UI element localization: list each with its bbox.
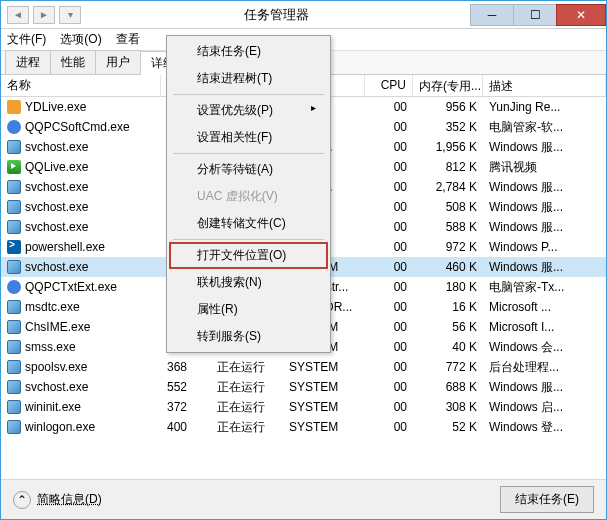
process-mem: 52 K [413,419,483,435]
process-mem: 588 K [413,219,483,235]
menu-options[interactable]: 选项(O) [60,31,101,48]
table-row[interactable]: svchost.exe552正在运行SYSTEM00688 KWindows 服… [1,377,606,397]
close-button[interactable]: ✕ [556,4,606,26]
brief-info-link[interactable]: 简略信息(D) [37,491,102,508]
process-name: msdtc.exe [25,300,80,314]
process-desc: Windows 服... [483,258,606,277]
process-cpu: 00 [365,339,413,355]
process-mem: 956 K [413,99,483,115]
process-user: SYSTEM [283,399,365,415]
process-cpu: 00 [365,259,413,275]
process-status: 正在运行 [211,398,283,417]
process-desc: 电脑管家-Tx... [483,278,606,297]
menu-file[interactable]: 文件(F) [7,31,46,48]
menu-end-task[interactable]: 结束任务(E) [169,38,328,65]
process-pid: 400 [161,419,211,435]
process-status: 正在运行 [211,418,283,437]
process-desc: Windows P... [483,239,606,255]
process-icon [7,380,21,394]
process-cpu: 00 [365,119,413,135]
menu-uac-virt: UAC 虚拟化(V) [169,183,328,210]
process-icon [7,280,21,294]
titlebar: ◄ ► ▾ 任务管理器 ─ ☐ ✕ [1,1,606,29]
process-name: svchost.exe [25,140,88,154]
history-back-button[interactable]: ◄ [7,6,29,24]
process-status: 正在运行 [211,358,283,377]
process-name: svchost.exe [25,380,88,394]
process-mem: 772 K [413,359,483,375]
col-mem[interactable]: 内存(专用... [413,75,483,96]
process-icon [7,100,21,114]
footer: ⌃ 简略信息(D) 结束任务(E) [1,479,606,519]
process-pid: 368 [161,359,211,375]
table-row[interactable]: spoolsv.exe368正在运行SYSTEM00772 K后台处理程... [1,357,606,377]
process-name: winlogon.exe [25,420,95,434]
process-mem: 508 K [413,199,483,215]
process-desc: Windows 启... [483,398,606,417]
process-user: SYSTEM [283,379,365,395]
process-cpu: 00 [365,279,413,295]
process-icon [7,140,21,154]
menu-properties[interactable]: 属性(R) [169,296,328,323]
process-mem: 812 K [413,159,483,175]
col-name[interactable]: 名称 [1,75,161,96]
menu-analyze-wait[interactable]: 分析等待链(A) [169,156,328,183]
process-desc: Windows 服... [483,218,606,237]
process-name: spoolsv.exe [25,360,87,374]
menu-set-priority[interactable]: 设置优先级(P) [169,97,328,124]
process-cpu: 00 [365,319,413,335]
menu-set-affinity[interactable]: 设置相关性(F) [169,124,328,151]
process-desc: 后台处理程... [483,358,606,377]
process-name: svchost.exe [25,200,88,214]
process-name: QQPCSoftCmd.exe [25,120,130,134]
process-cpu: 00 [365,99,413,115]
process-icon [7,400,21,414]
process-icon [7,300,21,314]
process-desc: 电脑管家-软... [483,118,606,137]
menu-end-tree[interactable]: 结束进程树(T) [169,65,328,92]
tab-users[interactable]: 用户 [95,50,141,74]
process-icon [7,200,21,214]
process-cpu: 00 [365,399,413,415]
process-icon [7,220,21,234]
table-row[interactable]: wininit.exe372正在运行SYSTEM00308 KWindows 启… [1,397,606,417]
tab-processes[interactable]: 进程 [5,50,51,74]
process-mem: 688 K [413,379,483,395]
process-desc: 腾讯视频 [483,158,606,177]
table-row[interactable]: winlogon.exe400正在运行SYSTEM0052 KWindows 登… [1,417,606,437]
context-menu: 结束任务(E) 结束进程树(T) 设置优先级(P) 设置相关性(F) 分析等待链… [166,35,331,353]
process-cpu: 00 [365,179,413,195]
process-cpu: 00 [365,159,413,175]
expand-icon[interactable]: ⌃ [13,491,31,509]
menu-view[interactable]: 查看 [116,31,140,48]
process-cpu: 00 [365,419,413,435]
col-cpu[interactable]: CPU [365,75,413,96]
menu-search-online[interactable]: 联机搜索(N) [169,269,328,296]
minimize-button[interactable]: ─ [470,4,514,26]
process-user: SYSTEM [283,419,365,435]
process-cpu: 00 [365,299,413,315]
process-cpu: 00 [365,239,413,255]
menu-separator [173,94,324,95]
process-cpu: 00 [365,379,413,395]
window-title: 任务管理器 [81,6,471,24]
menu-create-dump[interactable]: 创建转储文件(C) [169,210,328,237]
menu-open-location[interactable]: 打开文件位置(O) [169,242,328,269]
process-desc: Windows 登... [483,418,606,437]
process-icon [7,360,21,374]
process-icon [7,260,21,274]
process-desc: Microsoft I... [483,319,606,335]
process-name: YDLive.exe [25,100,86,114]
menu-goto-services[interactable]: 转到服务(S) [169,323,328,350]
history-dropdown-button[interactable]: ▾ [59,6,81,24]
tab-performance[interactable]: 性能 [50,50,96,74]
process-desc: Microsoft ... [483,299,606,315]
col-desc[interactable]: 描述 [483,75,606,96]
history-fwd-button[interactable]: ► [33,6,55,24]
process-name: svchost.exe [25,220,88,234]
process-pid: 372 [161,399,211,415]
end-task-button[interactable]: 结束任务(E) [500,486,594,513]
process-desc: Windows 服... [483,138,606,157]
process-desc: Windows 服... [483,198,606,217]
maximize-button[interactable]: ☐ [513,4,557,26]
